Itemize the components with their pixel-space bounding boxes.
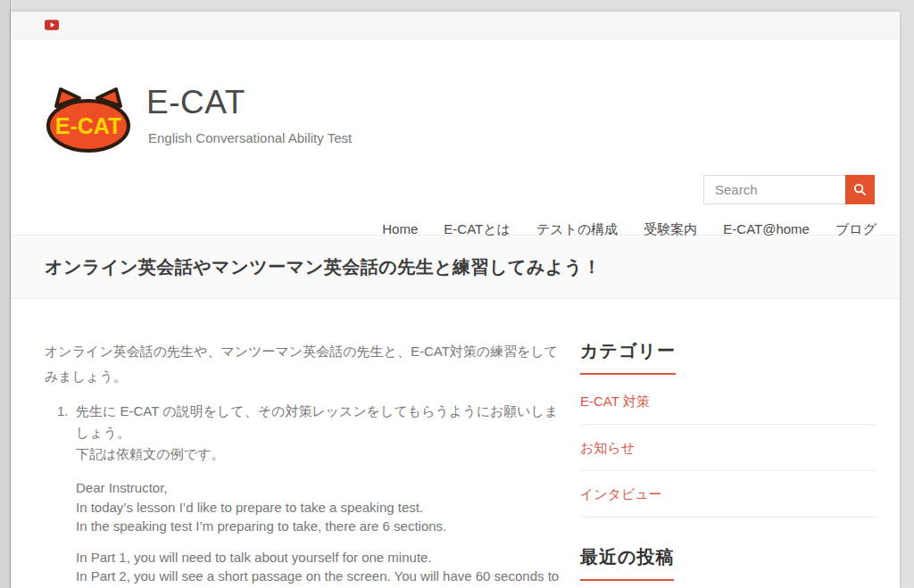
nav-item-ecat-at-home[interactable]: E-CAT@home [723,221,810,238]
list-line-2: 下記は依頼文の例です。 [76,443,561,465]
list-number: 1. [57,401,76,588]
article: オンライン英会話の先生や、マンツーマン英会話の先生と、E-CAT対策の練習をして… [45,339,561,588]
page-title-banner: オンライン英会話やマンツーマン英会話の先生と練習してみよう！ [11,235,900,299]
page-title: オンライン英会話やマンツーマン英会話の先生と練習してみよう！ [45,255,601,279]
ecat-logo[interactable]: E-CAT [45,86,132,153]
search-button[interactable] [845,175,875,204]
letter-line: Dear Instructor, [76,478,561,498]
categories-widget: カテゴリー E-CAT 対策 お知らせ インタビュー [580,339,877,518]
letter-paragraph-1: Dear Instructor, In today’s lesson I’d l… [76,478,561,536]
logo-text: E-CAT [55,113,122,138]
recent-posts-title: 最近の投稿 [580,545,674,581]
category-link-interview[interactable]: インタビュー [580,486,662,501]
sidebar: カテゴリー E-CAT 対策 お知らせ インタビュー 最近の投稿 [580,339,877,588]
category-link-ecat-taisaku[interactable]: E-CAT 対策 [580,393,650,409]
top-bar [11,12,900,39]
nav-item-blog[interactable]: ブログ [835,221,877,238]
content-area: オンライン英会話の先生や、マンツーマン英会話の先生と、E-CAT対策の練習をして… [11,299,900,588]
categories-title: カテゴリー [580,339,676,375]
youtube-icon[interactable] [45,20,59,30]
site-title[interactable]: E-CAT [146,84,245,121]
list-item: インタビュー [580,471,877,518]
recent-posts-widget: 最近の投稿 オンライン英会話やマンツーマン英会話の先生と練習してみよう！ [580,545,877,588]
article-intro: オンライン英会話の先生や、マンツーマン英会話の先生と、E-CAT対策の練習をして… [45,339,561,389]
letter-paragraph-2: In Part 1, you will need to talk about y… [76,548,561,588]
list-body: 先生に E-CAT の説明をして、その対策レッスンをしてもらうようにお願いしまし… [76,401,561,588]
search-form [703,175,875,204]
nav-item-home[interactable]: Home [382,221,418,238]
search-input[interactable] [703,175,845,204]
letter-line: In Part 1, you will need to talk about y… [76,548,561,567]
main-nav: Home E-CATとは テストの構成 受験案内 E-CAT@home ブログ [382,221,877,238]
list-line-1: 先生に E-CAT の説明をして、その対策レッスンをしてもらうようにお願いしまし… [76,401,561,443]
nav-item-about[interactable]: E-CATとは [444,221,511,238]
list-item: オンライン英会話やマンツーマン英会話の先生と練習してみよう！ [580,584,877,588]
category-link-oshirase[interactable]: お知らせ [580,440,635,455]
letter-line: In the speaking test I’m preparing to ta… [76,517,561,536]
site-page: E-CAT E-CAT English Conversational Abili… [11,12,900,588]
nav-item-test-structure[interactable]: テストの構成 [536,221,618,238]
nav-item-exam-info[interactable]: 受験案内 [644,221,697,238]
ordered-list-item: 1. 先生に E-CAT の説明をして、その対策レッスンをしてもらうようにお願い… [45,401,561,588]
site-header: E-CAT E-CAT English Conversational Abili… [11,39,900,235]
list-item: E-CAT 対策 [580,378,877,425]
sample-letter: Dear Instructor, In today’s lesson I’d l… [76,478,561,588]
letter-line: In Part 2, you will see a short passage … [76,567,561,588]
background-window-edge [0,0,11,588]
list-item: お知らせ [580,425,877,471]
letter-line: In today’s lesson I’d like to prepare to… [76,498,561,518]
site-tagline: English Conversational Ability Test [148,130,352,145]
magnifier-icon [853,183,867,196]
